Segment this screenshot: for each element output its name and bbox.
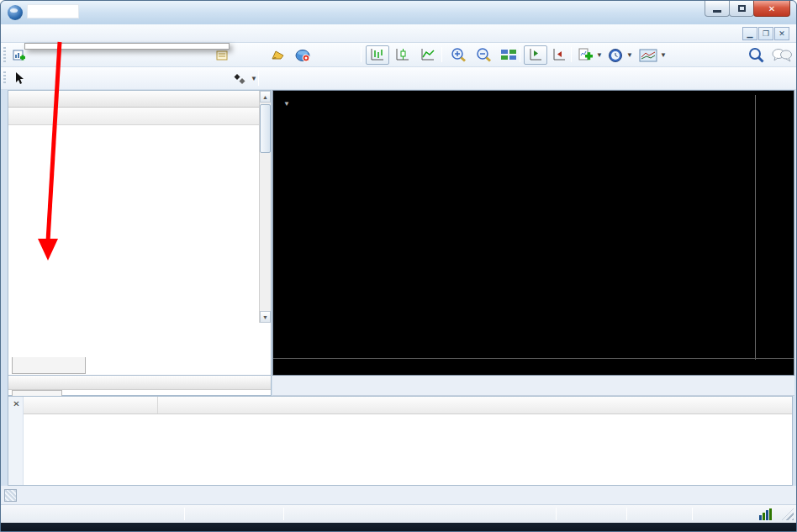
app-logo-icon	[8, 5, 23, 20]
bar-chart-icon	[369, 48, 386, 62]
search-button[interactable]	[744, 45, 769, 65]
terminal-close-icon[interactable]: ✕	[11, 398, 22, 409]
scrollbar-thumb[interactable]	[260, 104, 271, 153]
status-separator	[626, 508, 627, 520]
close-icon: ✕	[768, 4, 775, 13]
toolbar-separator	[520, 47, 520, 62]
candlestick-mode-button[interactable]	[391, 45, 414, 65]
new-chart-icon	[13, 49, 27, 62]
status-separator	[692, 508, 693, 520]
zoom-out-button[interactable]	[472, 45, 497, 65]
toolbar-separator	[571, 47, 572, 62]
column-time[interactable]	[24, 397, 158, 413]
cycle-tool-button[interactable]: ▼	[230, 69, 261, 88]
indicators-button[interactable]: ▼	[575, 45, 606, 65]
bar-chart-mode-button[interactable]	[366, 45, 389, 65]
mdi-minimize-button[interactable]: ▁	[742, 27, 757, 40]
restore-icon	[738, 5, 746, 12]
menu-bar: ▁ ❐ ✕	[1, 24, 796, 43]
chat-button[interactable]	[768, 45, 796, 65]
terminal-panel: ✕	[8, 396, 793, 486]
terminal-header	[24, 397, 792, 414]
toolbar-charts: ▼	[1, 67, 796, 90]
metaeditor-icon	[270, 48, 287, 63]
chart-shift-button[interactable]	[547, 45, 571, 65]
auto-scroll-button[interactable]	[524, 45, 547, 65]
toolbar-gripper[interactable]	[3, 71, 6, 85]
window-frame-bottom	[1, 523, 796, 532]
scroll-down-icon[interactable]: ▼	[260, 311, 271, 323]
mdi-restore-button[interactable]: ❐	[758, 27, 773, 40]
cycle-tool-icon	[233, 72, 248, 86]
navigator-panel-title	[8, 375, 271, 390]
title-bar[interactable]: ✕	[1, 1, 796, 24]
price-scale[interactable]	[755, 95, 794, 360]
auto-trading-icon	[295, 48, 312, 63]
dropdown-arrow-icon: ▼	[251, 75, 257, 82]
status-bar	[1, 504, 796, 523]
time-scale[interactable]	[273, 358, 794, 375]
minimize-icon	[713, 10, 721, 13]
search-icon	[747, 47, 766, 64]
chart-symbol-label: ▼	[283, 97, 298, 108]
auto-scroll-icon	[527, 48, 544, 62]
chart-dropdown-icon[interactable]: ▼	[283, 100, 290, 108]
price-chart[interactable]	[279, 95, 755, 360]
line-chart-mode-button[interactable]	[416, 45, 440, 65]
zoom-in-icon	[450, 47, 468, 63]
zoom-out-icon	[475, 47, 494, 63]
resize-grip[interactable]	[782, 508, 794, 520]
tile-windows-icon	[500, 48, 517, 62]
dropdown-arrow-icon: ▼	[626, 51, 633, 59]
connection-status-icon	[759, 508, 773, 520]
terminal-tab-bar	[1, 486, 796, 504]
chart-window[interactable]: ▼	[272, 90, 794, 376]
market-watch-title	[8, 91, 271, 108]
close-button[interactable]: ✕	[753, 1, 790, 17]
status-separator	[283, 508, 284, 520]
chat-bubbles-icon	[771, 47, 793, 64]
status-separator	[184, 508, 185, 520]
redacted-area	[27, 4, 79, 18]
column-message[interactable]	[158, 397, 792, 413]
chart-tab-bar	[272, 376, 794, 396]
toolbar-separator	[258, 71, 259, 86]
market-watch-scrollbar[interactable]: ▲ ▼	[259, 91, 271, 323]
templates-button[interactable]: ▼	[636, 45, 670, 65]
cursor-arrow-icon	[13, 71, 26, 86]
scroll-up-icon[interactable]: ▲	[260, 91, 271, 103]
metaeditor-button[interactable]	[267, 45, 290, 65]
application-window: ✕ ▁ ❐ ✕	[0, 0, 797, 532]
toolbar-separator	[441, 47, 442, 62]
dropdown-arrow-icon: ▼	[596, 51, 603, 59]
terminal-dock-icon[interactable]	[4, 489, 17, 502]
templates-icon	[639, 49, 657, 62]
periods-button[interactable]: ▼	[604, 45, 636, 65]
periods-clock-icon	[608, 48, 624, 63]
toolbar-separator	[361, 47, 362, 62]
auto-trading-button[interactable]	[292, 45, 315, 65]
status-separator	[556, 508, 557, 520]
market-watch-tab-symbols[interactable]	[12, 357, 86, 374]
restore-button[interactable]	[729, 1, 754, 17]
candlestick-icon	[394, 48, 411, 62]
cursor-button[interactable]	[9, 69, 29, 88]
market-watch-header	[8, 108, 271, 125]
tile-windows-button[interactable]	[497, 45, 520, 65]
minimize-button[interactable]	[705, 1, 730, 17]
dropdown-arrow-icon: ▼	[660, 51, 667, 59]
zoom-in-button[interactable]	[446, 45, 472, 65]
market-watch-panel: ▲ ▼	[8, 90, 272, 396]
file-menu-popup	[24, 43, 230, 50]
toolbar-gripper[interactable]	[3, 47, 6, 62]
line-chart-icon	[420, 48, 436, 62]
terminal-rail: ✕	[8, 397, 24, 485]
mdi-close-button[interactable]: ✕	[774, 27, 789, 40]
indicators-icon	[578, 48, 594, 62]
chart-shift-icon	[551, 48, 567, 62]
new-order-icon	[216, 49, 231, 62]
